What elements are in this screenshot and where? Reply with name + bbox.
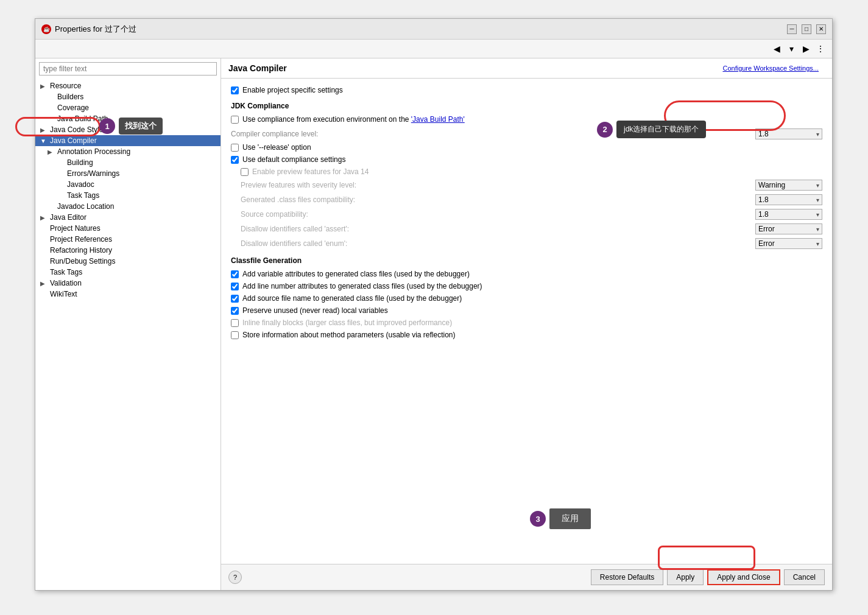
enable-project-checkbox[interactable] [231, 86, 239, 94]
sidebar-item-label: Javadoc [67, 180, 94, 189]
content-body: Enable project specific settings JDK Com… [221, 79, 832, 564]
enable-project-row: Enable project specific settings [231, 86, 822, 94]
forward-button[interactable]: ▶ [799, 42, 813, 55]
cb1-label: Add variable attributes to generated cla… [242, 270, 470, 278]
sidebar: ▶ Resource Builders Coverage Java Build … [35, 58, 221, 590]
tree: ▶ Resource Builders Coverage Java Build … [35, 79, 221, 590]
cb6-checkbox[interactable] [231, 331, 239, 339]
use-release-checkbox[interactable] [231, 144, 239, 152]
cb4-checkbox[interactable] [231, 307, 239, 315]
cb5-row: Inline finally blocks (larger class file… [231, 318, 822, 327]
sidebar-item-project-references[interactable]: Project References [35, 234, 221, 245]
sidebar-item-building[interactable]: Building [35, 157, 221, 168]
sidebar-item-label: Validation [50, 279, 82, 287]
dropdown-arrow-icon: ▾ [816, 241, 819, 247]
more-button[interactable]: ⋮ [814, 42, 827, 55]
compiler-compliance-value: 1.8 [758, 130, 769, 138]
configure-workspace-link[interactable]: Configure Workspace Settings... [722, 65, 819, 72]
sidebar-item-run-debug[interactable]: Run/Debug Settings [35, 256, 221, 267]
help-button[interactable]: ? [228, 571, 242, 584]
use-default-checkbox[interactable] [231, 156, 239, 164]
apply-overlay: 应用 [549, 508, 591, 529]
enable-preview-row: Enable preview features for Java 14 [241, 167, 822, 176]
disallow-enum-value: Error [758, 239, 775, 248]
close-button[interactable]: ✕ [816, 24, 826, 34]
source-compat-label: Source compatibility: [241, 210, 399, 219]
cb2-checkbox[interactable] [231, 283, 239, 290]
sidebar-item-javadoc[interactable]: Javadoc [35, 179, 221, 190]
disallow-enum-label: Disallow identifiers called 'enum': [241, 239, 399, 248]
dropdown-arrow-icon: ▾ [816, 182, 819, 189]
disallow-enum-select[interactable]: Error ▾ [755, 238, 822, 249]
apply-and-close-button[interactable]: Apply and Close [707, 569, 780, 585]
sidebar-item-validation[interactable]: ▶ Validation [35, 278, 221, 289]
sidebar-item-task-tags-sub[interactable]: Task Tags [35, 190, 221, 201]
cb3-checkbox[interactable] [231, 295, 239, 303]
cb4-row: Preserve unused (never read) local varia… [231, 306, 822, 315]
preview-severity-select[interactable]: Warning ▾ [755, 180, 822, 191]
generated-class-label: Generated .class files compatibility: [241, 195, 399, 204]
sidebar-item-label: Project Natures [50, 224, 101, 233]
use-release-row: Use '--release' option [231, 143, 822, 152]
cb5-checkbox[interactable] [231, 319, 239, 327]
annotation-callout-2: jdk选择自己下载的那个 [616, 121, 706, 138]
sidebar-item-errors-warnings[interactable]: Errors/Warnings [35, 168, 221, 179]
sidebar-item-project-natures[interactable]: Project Natures [35, 223, 221, 234]
jdk-section-title: JDK Compliance [231, 102, 822, 110]
arrow-icon: ▶ [48, 149, 55, 155]
sidebar-item-resource[interactable]: ▶ Resource [35, 80, 221, 91]
apply-button[interactable]: Apply [667, 569, 704, 585]
cancel-button[interactable]: Cancel [784, 569, 825, 585]
sidebar-item-label: Project References [50, 235, 112, 244]
generated-class-select[interactable]: 1.8 ▾ [755, 194, 822, 205]
back-button[interactable]: ◀ [770, 42, 783, 55]
cb2-row: Add line number attributes to generated … [231, 282, 822, 290]
sidebar-item-label: Java Editor [50, 213, 86, 222]
disallow-assert-select[interactable]: Error ▾ [755, 223, 822, 234]
cb1-checkbox[interactable] [231, 270, 239, 278]
compiler-compliance-select[interactable]: 1.8 ▾ [755, 128, 822, 139]
sidebar-item-builders[interactable]: Builders [35, 91, 221, 102]
cb3-label: Add source file name to generated class … [242, 294, 462, 303]
sidebar-item-label: Coverage [57, 104, 89, 112]
use-compliance-checkbox[interactable] [231, 116, 239, 124]
maximize-button[interactable]: □ [802, 24, 811, 34]
title-bar-left: ☕ Properties for 过了个过 [41, 24, 136, 35]
sidebar-item-label: Building [67, 158, 93, 167]
source-compat-row: Source compatibility: 1.8 ▾ [241, 209, 822, 220]
dropdown-arrow-icon: ▾ [816, 197, 819, 203]
sidebar-item-java-editor[interactable]: ▶ Java Editor [35, 212, 221, 223]
use-compliance-row: Use compliance from execution environmen… [231, 115, 822, 124]
sidebar-item-refactoring-history[interactable]: Refactoring History [35, 245, 221, 256]
cb2-label: Add line number attributes to generated … [242, 282, 482, 290]
java-build-path-link[interactable]: 'Java Build Path' [411, 115, 465, 124]
preview-severity-row: Preview features with severity level: Wa… [241, 180, 822, 191]
use-release-label: Use '--release' option [242, 143, 311, 152]
sidebar-item-annotation-processing[interactable]: ▶ Annotation Processing [35, 146, 221, 157]
sidebar-item-task-tags-root[interactable]: Task Tags [35, 267, 221, 278]
restore-defaults-button[interactable]: Restore Defaults [591, 569, 663, 585]
arrow-icon: ▼ [40, 138, 48, 144]
compiler-compliance-label: Compiler compliance level: [231, 130, 389, 138]
content-title: Java Compiler [228, 63, 287, 73]
sidebar-item-label: Annotation Processing [57, 147, 130, 156]
dropdown-arrow-icon: ▾ [816, 211, 819, 218]
sidebar-item-coverage[interactable]: Coverage [35, 102, 221, 113]
title-bar: ☕ Properties for 过了个过 ─ □ ✕ [35, 19, 832, 40]
dropdown-button[interactable]: ▾ [785, 42, 798, 55]
disallow-assert-label: Disallow identifiers called 'assert': [241, 225, 399, 233]
window-title: Properties for 过了个过 [55, 24, 136, 35]
source-compat-value: 1.8 [758, 210, 769, 219]
source-compat-select[interactable]: 1.8 ▾ [755, 209, 822, 220]
sidebar-item-label: Run/Debug Settings [50, 257, 115, 265]
enable-preview-checkbox[interactable] [241, 168, 249, 176]
bottom-right: Restore Defaults Apply Apply and Close C… [591, 569, 825, 585]
sidebar-item-label: Errors/Warnings [67, 169, 119, 178]
use-compliance-label: Use compliance from execution environmen… [242, 115, 465, 124]
sidebar-item-java-compiler[interactable]: ▼ Java Compiler [35, 135, 221, 146]
sidebar-item-javadoc-location[interactable]: Javadoc Location [35, 201, 221, 212]
arrow-icon: ▶ [40, 214, 48, 221]
minimize-button[interactable]: ─ [787, 24, 797, 34]
filter-input[interactable] [39, 62, 217, 76]
sidebar-item-wikitext[interactable]: WikiText [35, 289, 221, 300]
